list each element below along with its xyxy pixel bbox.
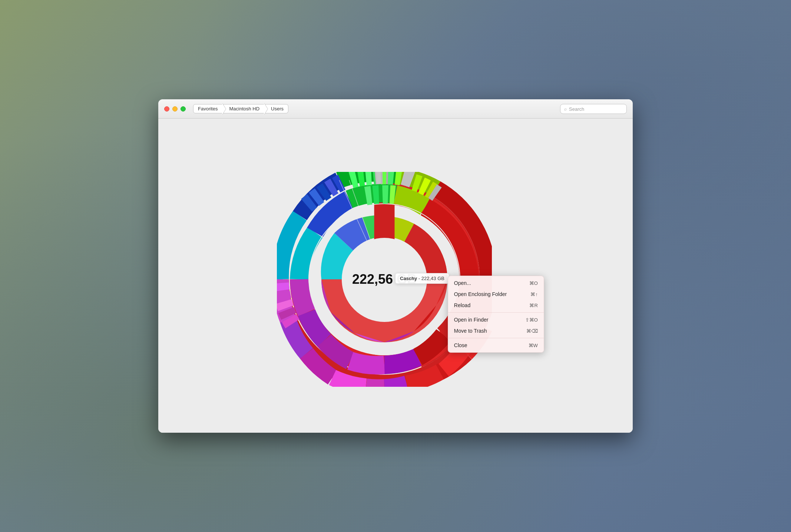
context-menu-shortcut-move-trash: ⌘⌫ — [526, 328, 538, 334]
context-menu-label-open-finder: Open in Finder — [454, 317, 489, 323]
context-menu: Open... ⌘O Open Enclosing Folder ⌘↑ Relo… — [448, 276, 544, 353]
minimize-button[interactable] — [172, 106, 178, 112]
close-button[interactable] — [164, 106, 169, 112]
context-menu-shortcut-open: ⌘O — [529, 280, 538, 286]
tooltip-separator: - — [417, 276, 421, 281]
search-icon: ⌕ — [564, 106, 567, 112]
traffic-lights — [164, 106, 186, 112]
context-menu-item-move-trash[interactable]: Move to Trash ⌘⌫ — [448, 325, 544, 336]
context-menu-item-close[interactable]: Close ⌘W — [448, 340, 544, 351]
breadcrumb-item-macintosh-hd[interactable]: Macintosh HD — [222, 104, 264, 113]
content-area: 222,56 GB Caschy - 222,43 GB Open... ⌘O … — [158, 119, 633, 433]
maximize-button[interactable] — [181, 106, 186, 112]
context-menu-item-open-finder[interactable]: Open in Finder ⇧⌘O — [448, 314, 544, 325]
tooltip-size: 222,43 GB — [421, 276, 444, 281]
context-menu-label-close: Close — [454, 342, 467, 348]
titlebar: Favorites Macintosh HD Users ⌕ Search — [158, 99, 633, 119]
context-menu-shortcut-open-finder: ⇧⌘O — [525, 317, 538, 323]
context-menu-item-open[interactable]: Open... ⌘O — [448, 277, 544, 289]
context-menu-section-2: Open in Finder ⇧⌘O Move to Trash ⌘⌫ — [448, 312, 544, 338]
breadcrumb: Favorites Macintosh HD Users — [193, 104, 288, 113]
breadcrumb-item-favorites[interactable]: Favorites — [193, 104, 222, 113]
context-menu-item-reload[interactable]: Reload ⌘R — [448, 300, 544, 311]
context-menu-label-open: Open... — [454, 280, 471, 286]
context-menu-shortcut-close: ⌘W — [529, 343, 538, 348]
context-menu-section-1: Open... ⌘O Open Enclosing Folder ⌘↑ Relo… — [448, 276, 544, 312]
app-window: Favorites Macintosh HD Users ⌕ Search — [158, 99, 633, 433]
context-menu-label-move-trash: Move to Trash — [454, 328, 487, 334]
context-menu-label-open-enclosing: Open Enclosing Folder — [454, 291, 507, 297]
context-menu-label-reload: Reload — [454, 302, 470, 308]
context-menu-shortcut-reload: ⌘R — [529, 303, 537, 308]
search-bar[interactable]: ⌕ Search — [560, 104, 627, 114]
context-menu-shortcut-open-enclosing: ⌘↑ — [530, 292, 538, 297]
tooltip: Caschy - 222,43 GB — [395, 273, 449, 284]
search-input[interactable]: Search — [569, 106, 617, 112]
context-menu-section-3: Close ⌘W — [448, 338, 544, 352]
context-menu-item-open-enclosing[interactable]: Open Enclosing Folder ⌘↑ — [448, 289, 544, 300]
tooltip-name: Caschy — [400, 276, 417, 281]
